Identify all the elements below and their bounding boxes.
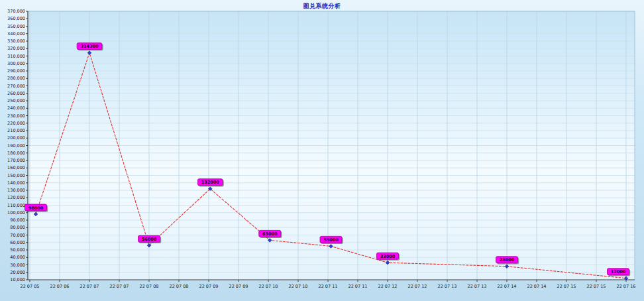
y-axis-label: 40,000: [10, 255, 25, 260]
data-label: 12000: [611, 269, 626, 274]
data-label: 33000: [380, 254, 396, 259]
x-axis-label: 22 07 09: [229, 284, 248, 289]
y-axis-label: 150,000: [7, 173, 25, 178]
y-axis-label: 280,000: [7, 76, 25, 81]
x-axis-label: 22 07 10: [259, 284, 278, 289]
y-axis-label: 190,000: [7, 143, 25, 149]
x-axis-label: 22 07 15: [557, 284, 576, 289]
y-axis-label: 110,000: [7, 203, 25, 208]
y-axis-label: 60,000: [10, 240, 25, 245]
x-axis-label: 22 07 13: [438, 284, 457, 289]
y-axis-label: 90,000: [10, 217, 25, 223]
y-axis-label: 250,000: [7, 98, 25, 103]
y-axis-label: 240,000: [7, 105, 25, 111]
y-axis-label: 290,000: [7, 68, 25, 74]
y-axis-label: 180,000: [7, 150, 25, 156]
data-label: 28000: [500, 257, 515, 263]
x-axis-label: 22 07 13: [468, 284, 487, 289]
x-axis-label: 22 07 07: [110, 284, 129, 289]
data-label: 63000: [262, 231, 278, 237]
x-axis-label: 22 07 07: [80, 284, 99, 289]
y-axis-label: 100,000: [7, 210, 25, 215]
x-axis-label: 22 07 11: [349, 284, 368, 289]
x-axis-label: 22 07 09: [199, 284, 219, 289]
x-axis-label: 22 07 08: [170, 284, 189, 289]
y-axis-label: 210,000: [7, 128, 25, 133]
chart-window: 图兑系统分析 10,00020,00030,00040,00050,00060,…: [0, 0, 644, 301]
y-axis-label: 310,000: [7, 54, 25, 59]
y-axis-label: 350,000: [7, 24, 25, 29]
y-axis-label: 370,000: [7, 9, 25, 14]
data-label: 98000: [28, 206, 44, 211]
y-axis-label: 120,000: [7, 195, 25, 200]
y-axis-label: 170,000: [7, 158, 25, 163]
x-axis-label: 22 07 12: [408, 284, 427, 289]
chart-canvas: 10,00020,00030,00040,00050,00060,00070,0…: [0, 0, 644, 301]
x-axis-label: 22 07 16: [617, 284, 636, 289]
y-axis-label: 140,000: [7, 180, 25, 186]
y-axis-label: 230,000: [7, 113, 25, 119]
y-axis-label: 160,000: [7, 165, 25, 170]
y-axis-label: 10,000: [10, 277, 25, 282]
data-label: 56000: [142, 237, 157, 242]
data-label: 132000: [201, 180, 220, 185]
x-axis-label: 22 07 11: [319, 284, 338, 289]
x-axis-label: 22 07 06: [50, 284, 70, 289]
y-axis-label: 320,000: [7, 46, 25, 51]
x-axis-label: 22 07 08: [140, 284, 159, 289]
x-axis-label: 22 07 14: [527, 284, 547, 289]
y-axis-label: 30,000: [10, 263, 25, 268]
x-axis-label: 22 07 14: [498, 284, 517, 289]
y-axis-label: 360,000: [7, 16, 25, 21]
y-axis-label: 80,000: [10, 225, 25, 230]
y-axis-label: 70,000: [10, 233, 25, 238]
y-axis-label: 130,000: [7, 188, 25, 193]
data-label: 314300: [80, 44, 99, 49]
y-axis-label: 270,000: [7, 84, 25, 89]
data-label: 55000: [323, 237, 339, 243]
y-axis-label: 200,000: [7, 135, 25, 141]
y-axis-label: 260,000: [7, 91, 25, 96]
x-axis-label: 22 07 15: [587, 284, 606, 289]
y-axis-label: 300,000: [7, 61, 25, 66]
y-axis-label: 50,000: [10, 247, 25, 253]
y-axis-label: 220,000: [7, 121, 25, 126]
x-axis-label: 22 07 10: [289, 284, 308, 289]
y-axis-label: 340,000: [7, 31, 25, 36]
y-axis-label: 20,000: [10, 270, 25, 275]
x-axis-label: 22 07 12: [378, 284, 398, 289]
x-axis-label: 22 07 05: [21, 284, 40, 289]
y-axis-label: 330,000: [7, 38, 25, 44]
